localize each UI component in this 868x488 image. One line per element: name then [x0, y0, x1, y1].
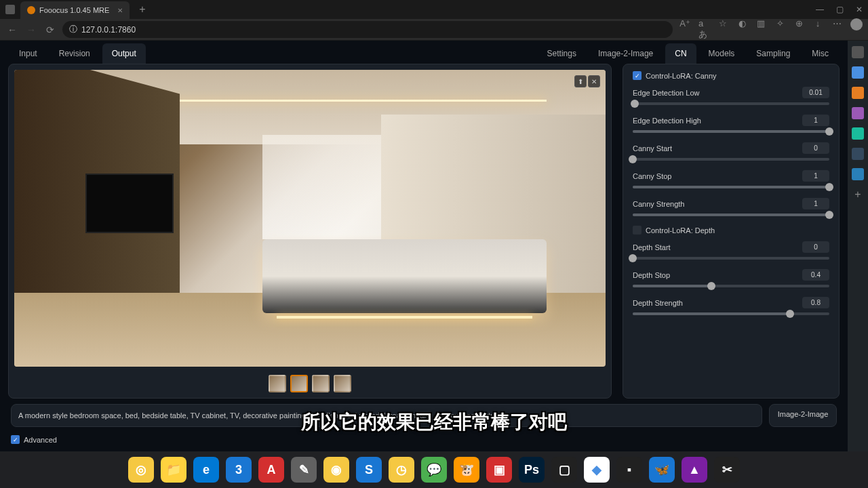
dock-app-icon[interactable]: S	[356, 457, 382, 483]
browser-tab[interactable]: Fooocus 1.0.45 MRE ✕	[20, 1, 130, 19]
close-button[interactable]: ✕	[856, 5, 863, 14]
slider-label: Depth Start	[633, 243, 671, 251]
tab-revision[interactable]: Revision	[50, 43, 100, 64]
dock-app-icon[interactable]: ◉	[323, 457, 349, 483]
tab-misc[interactable]: Misc	[802, 43, 838, 64]
dock-app-icon[interactable]: ▲	[682, 457, 707, 483]
canny-checkbox-row[interactable]: ✓ Control-LoRA: Canny	[633, 71, 829, 80]
slider-track[interactable]	[633, 312, 829, 315]
sidebar-app-icon[interactable]	[852, 66, 864, 79]
slider-label: Depth Strength	[633, 299, 683, 307]
sidebar-app-icon[interactable]	[852, 127, 864, 140]
url-field[interactable]: ⓘ 127.0.0.1:7860	[62, 21, 673, 38]
dock-app-icon[interactable]: ◆	[584, 457, 610, 483]
new-tab-button[interactable]: +	[139, 3, 145, 16]
collections-icon[interactable]: ▥	[755, 18, 766, 41]
dock-app-icon[interactable]: ✎	[291, 457, 317, 483]
slider-track[interactable]	[633, 186, 829, 188]
dock-app-icon[interactable]: 🦋	[649, 457, 675, 483]
dock-app-icon[interactable]: 3	[226, 457, 252, 483]
image-2-image-box[interactable]: Image-2-Image	[769, 404, 837, 427]
slider-value[interactable]: 0.4	[802, 269, 829, 281]
extensions-icon[interactable]: ⊕	[793, 18, 804, 41]
browser-sidebar: +	[848, 41, 868, 451]
dock-app-icon[interactable]: e	[193, 457, 219, 483]
sidebar-add-button[interactable]: +	[854, 188, 861, 201]
canny-checkbox[interactable]: ✓	[633, 71, 642, 80]
thumbnail[interactable]	[334, 375, 351, 392]
tab-image2image[interactable]: Image-2-Image	[589, 43, 663, 64]
depth-checkbox-row[interactable]: Control-LoRA: Depth	[633, 226, 829, 235]
tab-models[interactable]: Models	[699, 43, 745, 64]
canny-slider: Edge Detection High1	[633, 115, 829, 133]
dock-app-icon[interactable]: 📁	[161, 457, 186, 483]
profile-icon[interactable]	[850, 18, 863, 30]
slider-track[interactable]	[633, 257, 829, 260]
slider-value[interactable]: 0.8	[802, 297, 829, 308]
minimize-button[interactable]: —	[816, 5, 824, 14]
slider-value[interactable]: 1	[802, 198, 829, 209]
dock-app-icon[interactable]: ▣	[486, 457, 512, 483]
window-titlebar: Fooocus 1.0.45 MRE ✕ + — ▢ ✕	[0, 0, 868, 19]
sidebar-app-icon[interactable]	[852, 148, 864, 160]
dock-app-icon[interactable]: Ps	[519, 457, 545, 483]
dock-app-icon[interactable]: A	[258, 457, 284, 483]
thumbnail[interactable]	[312, 375, 330, 392]
dock-app-icon[interactable]: ▢	[551, 457, 577, 483]
slider-track[interactable]	[633, 158, 829, 161]
dock-app-icon[interactable]: ▪	[616, 457, 642, 483]
tab-close-icon[interactable]: ✕	[117, 7, 123, 14]
dock-app-icon[interactable]: ◷	[389, 457, 414, 483]
slider-value[interactable]: 1	[802, 115, 829, 126]
dock-app-icon[interactable]: 💬	[421, 457, 447, 483]
browser-icon	[5, 5, 15, 14]
reload-button[interactable]: ⟳	[43, 23, 57, 37]
settings-icon[interactable]: ⋯	[831, 18, 842, 41]
slider-track[interactable]	[633, 214, 829, 216]
dock-app-icon[interactable]: 🐮	[454, 457, 479, 483]
video-subtitle: 所以它的效果已经非常棒了对吧	[301, 409, 567, 435]
slider-value[interactable]: 1	[802, 170, 829, 182]
slider-track[interactable]	[633, 102, 829, 105]
depth-slider: Depth Strength0.8	[633, 297, 829, 315]
sidebar-app-icon[interactable]	[852, 87, 864, 99]
slider-track[interactable]	[633, 130, 829, 133]
tab-sampling[interactable]: Sampling	[747, 43, 800, 64]
thumbnail[interactable]	[269, 375, 286, 392]
output-image[interactable]: ⬆ ✕	[14, 70, 606, 367]
maximize-button[interactable]: ▢	[836, 5, 844, 14]
slider-value[interactable]: 0.01	[802, 87, 829, 98]
extension-icon[interactable]: ◐	[736, 18, 747, 41]
taskbar-dock: ◎📁e3A✎◉S◷💬🐮▣Ps▢◆▪🦋▲✂	[121, 454, 747, 485]
slider-label: Canny Stop	[633, 172, 671, 180]
tab-input[interactable]: Input	[9, 43, 47, 64]
reader-icon[interactable]: A⁺	[679, 18, 690, 41]
image-close-button[interactable]: ✕	[588, 75, 600, 87]
tab-settings[interactable]: Settings	[538, 43, 586, 64]
forward-button[interactable]: →	[24, 23, 38, 37]
site-info-icon[interactable]: ⓘ	[69, 24, 77, 35]
dock-app-icon[interactable]: ✂	[714, 457, 740, 483]
canny-slider: Edge Detection Low0.01	[633, 87, 829, 105]
sidebar-app-icon[interactable]	[852, 168, 864, 180]
thumbnail[interactable]	[290, 375, 308, 392]
tab-favicon	[27, 6, 35, 14]
advanced-checkbox[interactable]: ✓	[11, 435, 20, 444]
sidebar-app-icon[interactable]	[852, 107, 864, 119]
sidebar-app-icon[interactable]	[852, 46, 864, 58]
translate-icon[interactable]: aあ	[698, 18, 709, 41]
slider-track[interactable]	[633, 285, 829, 287]
thumbnail-strip	[14, 375, 606, 392]
image-upload-button[interactable]: ⬆	[574, 75, 587, 87]
cn-params-panel: ✓ Control-LoRA: Canny Edge Detection Low…	[623, 64, 840, 399]
favorites-bar-icon[interactable]: ✧	[774, 18, 785, 41]
slider-value[interactable]: 0	[802, 241, 829, 253]
favorite-icon[interactable]: ☆	[717, 18, 728, 41]
depth-checkbox[interactable]	[633, 226, 642, 235]
downloads-icon[interactable]: ↓	[812, 18, 823, 41]
tab-output[interactable]: Output	[102, 43, 146, 64]
tab-cn[interactable]: CN	[665, 43, 696, 64]
slider-value[interactable]: 0	[802, 142, 829, 154]
dock-app-icon[interactable]: ◎	[128, 457, 154, 483]
back-button[interactable]: ←	[5, 23, 19, 37]
